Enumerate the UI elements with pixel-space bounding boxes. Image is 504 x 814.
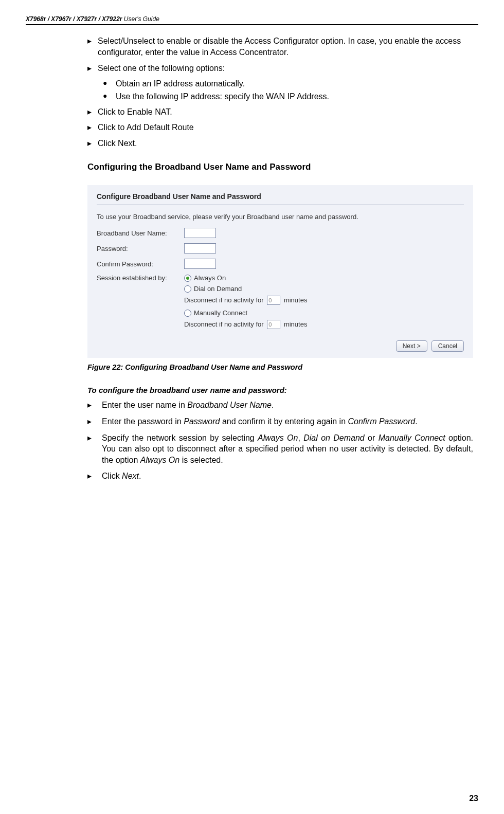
bullet-text: Select one of the following options: (98, 63, 473, 74)
bullet-item: ▸ Select/Unselect to enable or disable t… (87, 35, 473, 59)
bullet-item: ▸ Click Next. (87, 138, 473, 149)
disconnect-prefix: Disconnect if no activity for (184, 296, 264, 304)
list-item: ▸ Specify the network session by selecti… (87, 432, 473, 466)
radio-label: Manually Connect (194, 309, 247, 317)
dot-icon: ● (103, 78, 116, 89)
confirm-password-input[interactable] (184, 259, 216, 269)
triangle-icon: ▸ (87, 416, 102, 427)
header-models: X7968r / X7967r / X7927r / X7922r (26, 15, 122, 23)
procedure-text: Enter the password in Password and confi… (102, 416, 473, 427)
figure-caption: Figure 22: Configuring Broadband User Na… (87, 363, 473, 371)
panel-intro: To use your Broadband service, please ve… (97, 212, 464, 222)
dot-icon: ● (103, 91, 116, 102)
triangle-icon: ▸ (87, 400, 102, 411)
triangle-icon: ▸ (87, 138, 98, 149)
section-heading: Configuring the Broadband User Name and … (87, 162, 473, 172)
list-item: ▸ Click Next. (87, 471, 473, 482)
label-confirm: Confirm Password: (97, 260, 184, 268)
radio-manually-connect[interactable] (184, 310, 191, 317)
triangle-icon: ▸ (87, 471, 102, 482)
radio-label: Always On (194, 274, 226, 282)
list-item: ▸ Enter the user name in Broadband User … (87, 400, 473, 411)
triangle-icon: ▸ (87, 432, 102, 466)
bullet-item: ▸ Click to Add Default Route (87, 122, 473, 133)
disconnect-suffix: minutes (284, 320, 308, 328)
label-username: Broadband User Name: (97, 229, 184, 237)
header-suffix: User's Guide (122, 15, 159, 23)
sub-bullet: ● Use the following IP address: specify … (103, 91, 473, 102)
triangle-icon: ▸ (87, 122, 98, 133)
radio-label: Dial on Demand (194, 285, 242, 293)
bullet-item: ▸ Click to Enable NAT. (87, 106, 473, 118)
header-line: X7968r / X7967r / X7927r / X7922r User's… (26, 15, 478, 25)
page-number: 23 (469, 794, 478, 803)
config-screenshot: Configure Broadband User Name and Passwo… (87, 185, 473, 358)
procedure-text: Specify the network session by selecting… (102, 432, 473, 466)
username-input[interactable] (184, 228, 216, 238)
sub-bullet: ● Obtain an IP address automatically. (103, 78, 473, 89)
panel-title: Configure Broadband User Name and Passwo… (97, 192, 464, 201)
list-item: ▸ Enter the password in Password and con… (87, 416, 473, 427)
bullet-text: Click to Add Default Route (98, 122, 473, 133)
minutes-input[interactable]: 0 (267, 320, 280, 329)
sub-bullet-text: Obtain an IP address automatically. (116, 78, 245, 89)
radio-always-on[interactable] (184, 275, 191, 282)
bullet-text: Click Next. (98, 138, 473, 149)
disconnect-suffix: minutes (284, 296, 308, 304)
minutes-input[interactable]: 0 (267, 296, 280, 305)
disconnect-prefix: Disconnect if no activity for (184, 320, 264, 328)
bullet-text: Select/Unselect to enable or disable the… (98, 35, 473, 59)
procedure-text: Click Next. (102, 471, 473, 482)
procedure-heading: To configure the broadband user name and… (87, 386, 473, 394)
procedure-text: Enter the user name in Broadband User Na… (102, 400, 473, 411)
password-input[interactable] (184, 243, 216, 254)
divider (97, 205, 464, 205)
label-password: Password: (97, 245, 184, 252)
label-session: Session established by: (97, 274, 184, 282)
triangle-icon: ▸ (87, 106, 98, 118)
sub-bullet-text: Use the following IP address: specify th… (116, 91, 329, 102)
triangle-icon: ▸ (87, 63, 98, 74)
radio-dial-on-demand[interactable] (184, 285, 191, 293)
bullet-item: ▸ Select one of the following options: (87, 63, 473, 74)
triangle-icon: ▸ (87, 35, 98, 59)
cancel-button[interactable]: Cancel (431, 340, 464, 352)
bullet-text: Click to Enable NAT. (98, 106, 473, 118)
next-button[interactable]: Next > (396, 340, 427, 352)
